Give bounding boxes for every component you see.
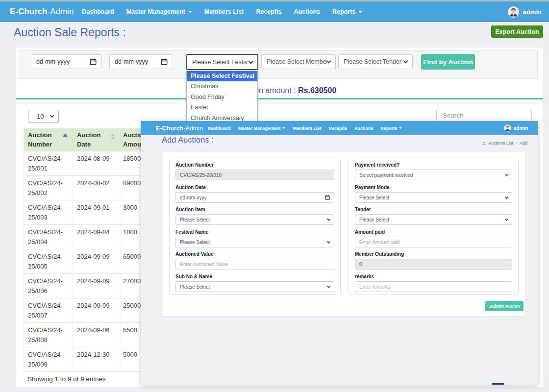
search-input[interactable]: Search (436, 109, 532, 122)
col-auction-number[interactable]: Auction Number (24, 128, 73, 151)
chevron-down-icon (50, 113, 54, 117)
field-label: Sub No & Name (175, 274, 334, 280)
page-title: Auction Sale Reports : (14, 26, 126, 39)
breadcrumb-current: Add (520, 141, 527, 146)
avatar (504, 124, 511, 132)
field-label: Auction Item (175, 207, 334, 213)
date-from-value: dd-mm-yyyy (36, 58, 70, 65)
tender-select-value: Please Select Tender (344, 58, 401, 65)
brand-bold: E-Church (10, 7, 48, 16)
field-label: Payment received? (355, 162, 512, 168)
chevron-down-icon (505, 195, 508, 198)
festival-select[interactable]: Please Select Festiv (186, 54, 258, 70)
page-length-select[interactable]: 10 (28, 110, 59, 122)
payment-mode-select[interactable]: Please Select (355, 192, 512, 203)
col-auction-date[interactable]: Auction Date (73, 128, 119, 151)
dropdown-option-selected[interactable]: Please Select Festival (187, 71, 257, 81)
nav-dashboard[interactable]: Dashboard (208, 126, 231, 131)
nav-members-list[interactable]: Members List (293, 126, 321, 131)
field-label: Auction Number (175, 162, 334, 168)
date-to-input[interactable]: dd-mm-yyyy (109, 54, 173, 69)
chevron-down-icon (327, 284, 330, 288)
date-from-input[interactable]: dd-mm-yyyy (31, 54, 102, 69)
page-length-value: 10 (37, 113, 44, 120)
payment-received-select[interactable]: Select payment received (355, 170, 512, 180)
calendar-icon[interactable] (90, 58, 97, 65)
table-info: Showing 1 to 9 of 9 entries (27, 375, 106, 383)
add-auction-window: E-Church-Admin Dashboard Master Manageme… (141, 121, 538, 385)
nav-auctions[interactable]: Auctions (354, 126, 374, 131)
festival-select-value: Please Select Festiv (192, 59, 248, 66)
auction-item-select[interactable]: Please Select (175, 214, 334, 225)
col-auction-date-label: Auction Date (77, 131, 100, 148)
avatar (508, 6, 519, 18)
sub-no-name-select[interactable]: Please Select (175, 281, 334, 292)
auctioned-value-input[interactable]: Enter Auctioned Value (175, 259, 334, 270)
festival-name-select[interactable]: Please Select (175, 237, 334, 247)
dropdown-option[interactable]: Easter (187, 102, 257, 113)
chevron-down-icon (505, 217, 508, 220)
nav-reports-label: Reports (380, 126, 397, 131)
nav-members-list[interactable]: Members List (204, 8, 244, 15)
nav-recepits[interactable]: Recepits (328, 126, 347, 131)
amount-paid-input[interactable]: Enter Amount paid (355, 237, 512, 247)
nav-master-management-label: Master Management (238, 126, 281, 131)
col-auction-number-label: Auction Number (28, 131, 52, 148)
calendar-icon[interactable] (161, 58, 168, 65)
overlay-nav: Dashboard Master Management Members List… (208, 126, 402, 131)
pagination-sliver (492, 383, 504, 385)
search-placeholder: Search (443, 112, 464, 119)
breadcrumb: ⌂ Auctions List › Add (482, 141, 527, 146)
chevron-down-icon (249, 59, 253, 64)
member-select-value: Please Select Member (267, 58, 327, 65)
dropdown-option[interactable]: Good Friday (187, 92, 257, 102)
username: admin (514, 125, 528, 131)
nav-master-management[interactable]: Master Management (126, 8, 192, 15)
brand[interactable]: E-Church-Admin (10, 7, 74, 17)
main-nav: Dashboard Master Management Members List… (82, 8, 362, 15)
submit-auction-button[interactable]: Submit Aucion (485, 301, 524, 311)
overlay-user-menu[interactable]: admin (504, 124, 528, 132)
dropdown-option[interactable]: Christmas (187, 81, 257, 92)
field-label: Tender (355, 207, 512, 213)
sort-asc-icon (63, 133, 68, 137)
username: admin (523, 8, 542, 16)
field-label: Amount paid (355, 229, 512, 235)
find-by-auction-button[interactable]: Find by Auction (421, 54, 475, 70)
chevron-down-icon (326, 59, 331, 64)
chevron-down-icon (327, 217, 330, 220)
nav-master-management[interactable]: Master Management (238, 126, 286, 131)
breadcrumb-section[interactable]: Auctions List (488, 141, 513, 146)
nav-recepits[interactable]: Recepits (256, 8, 281, 15)
overlay-page-title: Add Auctions : (162, 135, 214, 145)
brand-rest: -Admin (183, 125, 203, 132)
nav-reports-label: Reports (332, 8, 355, 15)
field-label: Auctioned Value (175, 251, 334, 257)
caret-down-icon (188, 11, 192, 13)
brand-bold: E-Church (156, 125, 183, 132)
total-amount-value: Rs.630500 (298, 86, 336, 95)
nav-master-management-label: Master Management (126, 8, 185, 15)
export-auction-button[interactable]: Export Auction (491, 25, 543, 38)
nav-reports[interactable]: Reports (380, 126, 402, 131)
field-label: Auction Date (175, 185, 334, 191)
remarks-input[interactable]: Enter remarks (355, 281, 512, 292)
caret-down-icon (399, 127, 402, 129)
nav-dashboard[interactable]: Dashboard (82, 8, 114, 15)
form-right-column: Payment received? Select payment receive… (349, 159, 519, 294)
overlay-brand[interactable]: E-Church-Admin (156, 125, 203, 132)
member-select[interactable]: Please Select Member (261, 54, 336, 69)
main-navbar: E-Church-Admin Dashboard Master Manageme… (0, 1, 549, 22)
nav-reports[interactable]: Reports (332, 8, 362, 15)
user-menu[interactable]: admin (508, 6, 542, 18)
calendar-icon[interactable] (325, 195, 330, 200)
auction-date-field[interactable]: dd-mm-yyyy (175, 192, 334, 203)
chevron-down-icon (505, 172, 508, 176)
nav-auctions[interactable]: Auctions (294, 8, 320, 15)
field-label: Payment Mode (355, 185, 512, 191)
field-label: Festival Name (175, 229, 334, 235)
festival-dropdown: Please Select Festival Christmas Good Fr… (186, 71, 258, 124)
tender-select-overlay[interactable]: Please Select (355, 214, 512, 225)
tender-select[interactable]: Please Select Tender (338, 54, 413, 69)
brand-rest: -Admin (48, 7, 74, 16)
